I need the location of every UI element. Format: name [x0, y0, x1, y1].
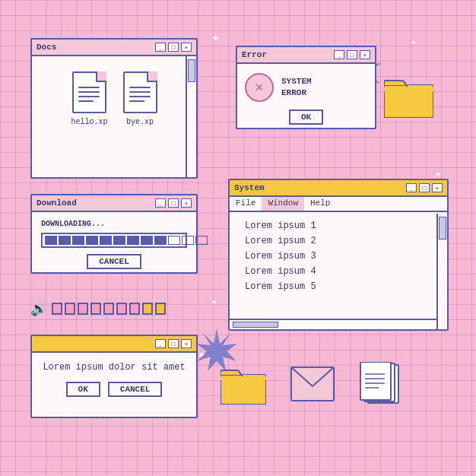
error-x-symbol: ✕	[255, 81, 264, 94]
vol-seg-6	[116, 303, 127, 315]
vol-seg-8	[142, 303, 153, 315]
download-cancel-row: CANCEL	[41, 254, 187, 269]
error-content: ✕ SYSTEM ERROR	[237, 64, 375, 108]
dialog-cancel-button[interactable]: CANCEL	[108, 382, 163, 397]
doc-label-hello: hello.xp	[71, 118, 107, 126]
system-close[interactable]: ×	[432, 183, 443, 192]
dialog-maximize[interactable]: □	[168, 339, 179, 348]
sparkle-5: ✦	[198, 347, 205, 362]
download-close[interactable]: ×	[181, 198, 192, 208]
system-maximize[interactable]: □	[419, 183, 430, 192]
dialog-title-bar: _ □ ×	[32, 336, 196, 353]
system-minimize[interactable]: _	[406, 183, 417, 192]
dialog-controls: _ □ ×	[155, 339, 192, 348]
seg9	[154, 236, 167, 245]
doc-icon-bye	[123, 71, 157, 113]
doc-item-hello[interactable]: hello.xp	[71, 71, 107, 126]
error-ok-row: OK	[237, 109, 375, 125]
download-window: Download _ □ × DOWNLOADING...	[30, 194, 198, 274]
dialog-minimize[interactable]: _	[155, 339, 166, 348]
vol-seg-9	[155, 303, 166, 315]
system-item-1[interactable]: Lorem ipsum 1	[245, 218, 432, 233]
docs-close[interactable]: ×	[181, 43, 192, 52]
vol-seg-5	[103, 303, 114, 315]
svg-rect-3	[384, 87, 433, 91]
docs-window: Docs _ □ × hello.xp	[30, 38, 198, 179]
system-item-4[interactable]: Lorem ipsum 4	[245, 264, 432, 279]
doc-line	[129, 100, 144, 102]
menu-help[interactable]: Help	[304, 197, 336, 211]
download-cancel-button[interactable]: CANCEL	[87, 254, 141, 269]
system-window: System _ □ × File Window Help Lorem ipsu…	[228, 179, 449, 331]
sparkle-6: ✦	[411, 36, 416, 48]
seg5	[100, 236, 112, 245]
scrollbar-thumb	[188, 59, 195, 82]
doc-line	[78, 96, 100, 97]
error-line2: ERROR	[281, 88, 306, 97]
stacked-docs-icon	[359, 362, 408, 410]
download-title: Download	[36, 198, 77, 208]
docs-scrollbar[interactable]	[186, 56, 196, 177]
doc-line	[129, 87, 151, 88]
system-item-5[interactable]: Lorem ipsum 5	[245, 279, 432, 294]
error-title-bar: Error _ □ ×	[237, 47, 375, 64]
system-scrollbar-h[interactable]	[230, 319, 436, 329]
error-title: Error	[242, 50, 267, 59]
system-scrollbar-v[interactable]	[436, 214, 447, 329]
vol-seg-3	[78, 303, 88, 315]
docs-title-bar: Docs _ □ ×	[32, 40, 196, 56]
system-item-3[interactable]: Lorem ipsum 3	[245, 249, 432, 264]
volume-bar: 🔊	[30, 300, 166, 317]
menu-window[interactable]: Window	[262, 197, 304, 211]
folder-icon-bottom	[221, 367, 266, 405]
system-item-2[interactable]: Lorem ipsum 2	[245, 233, 432, 249]
system-scrollbar-thumb	[439, 217, 446, 240]
seg2	[59, 236, 71, 245]
doc-line	[78, 100, 94, 102]
menu-file[interactable]: File	[230, 197, 262, 211]
docs-title: Docs	[36, 43, 56, 52]
docs-minimize[interactable]: _	[155, 43, 166, 52]
seg12	[195, 236, 208, 245]
system-menu-bar: File Window Help	[230, 197, 447, 212]
seg3	[72, 236, 84, 245]
doc-lines-hello	[78, 87, 100, 105]
seg1	[45, 236, 57, 245]
vol-seg-7	[129, 303, 140, 315]
error-window: Error _ □ × ✕ SYSTEM ERROR OK	[236, 46, 376, 129]
folder-bottom-center	[221, 367, 266, 405]
svg-rect-9	[360, 362, 391, 400]
vol-seg-4	[90, 303, 101, 315]
h-scrollbar-thumb	[233, 322, 278, 328]
error-x-icon: ✕	[245, 73, 274, 102]
error-line1: SYSTEM	[281, 77, 312, 86]
dialog-ok-button[interactable]: OK	[66, 382, 100, 397]
system-title: System	[234, 183, 265, 192]
doc-lines-bye	[129, 87, 151, 105]
seg11	[182, 236, 194, 245]
dialog-close[interactable]: ×	[181, 339, 192, 348]
seg7	[127, 236, 139, 245]
doc-line	[78, 91, 100, 93]
seg4	[86, 236, 98, 245]
system-controls: _ □ ×	[406, 183, 443, 192]
doc-label-bye: bye.xp	[126, 118, 154, 126]
envelope-svg	[290, 367, 335, 401]
error-close[interactable]: ×	[360, 50, 370, 59]
doc-item-bye[interactable]: bye.xp	[123, 71, 157, 126]
docs-maximize[interactable]: □	[168, 43, 179, 52]
folder-top-right	[384, 76, 433, 118]
system-title-bar: System _ □ ×	[230, 180, 447, 197]
dialog-buttons: OK CANCEL	[43, 382, 186, 397]
system-content: Lorem ipsum 1 Lorem ipsum 2 Lorem ipsum …	[230, 212, 447, 300]
download-content: DOWNLOADING... CANCEL	[32, 212, 196, 277]
envelope-icon	[290, 367, 335, 405]
docs-content: hello.xp bye.xp	[32, 56, 196, 141]
doc-line	[78, 87, 100, 88]
volume-icon: 🔊	[30, 300, 47, 317]
download-minimize[interactable]: _	[155, 198, 166, 208]
error-minimize[interactable]: _	[334, 50, 344, 59]
error-maximize[interactable]: □	[347, 50, 357, 59]
download-maximize[interactable]: □	[168, 198, 179, 208]
error-ok-button[interactable]: OK	[289, 109, 323, 125]
